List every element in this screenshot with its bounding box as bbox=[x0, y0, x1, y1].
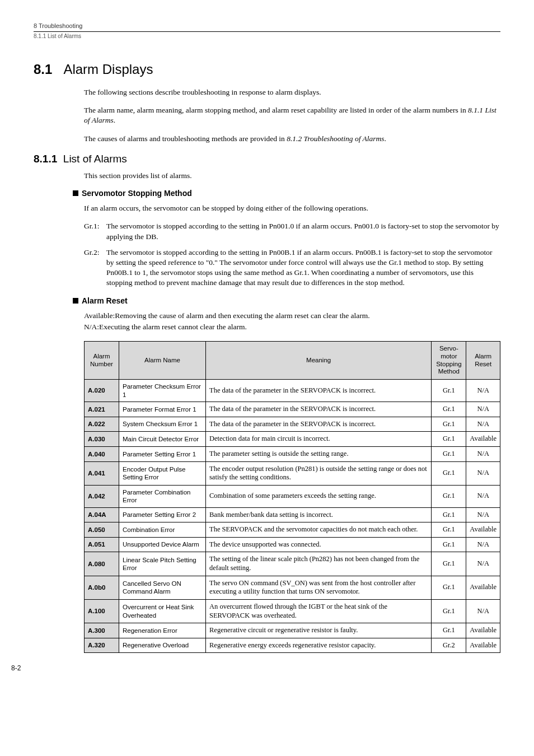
table-row: A.051Unsupported Device AlarmThe device … bbox=[85, 537, 500, 552]
cell-stopping-method: Gr.1 bbox=[432, 599, 466, 623]
cell-alarm-name: Parameter Combination Error bbox=[119, 485, 206, 507]
cell-alarm-name: Encoder Output Pulse Setting Error bbox=[119, 461, 206, 485]
cell-meaning: An overcurrent flowed through the IGBT o… bbox=[206, 599, 432, 623]
section-number: 8.1 bbox=[34, 62, 52, 77]
cell-alarm-reset: Available bbox=[466, 638, 500, 653]
cell-alarm-number: A.050 bbox=[85, 522, 119, 538]
section-para2: The alarm name, alarm meaning, alarm sto… bbox=[84, 105, 500, 125]
cell-alarm-reset: Available bbox=[466, 576, 500, 599]
table-row: A.040Parameter Setting Error 1The parame… bbox=[85, 446, 500, 461]
cell-stopping-method: Gr.2 bbox=[432, 638, 466, 653]
para3-ref: 8.1.2 Troubleshooting of Alarms bbox=[287, 134, 384, 143]
subsection-intro: This section provides list of alarms. bbox=[84, 171, 500, 181]
reset-line1: Available:Removing the cause of alarm an… bbox=[84, 311, 500, 321]
table-row: A.030Main Circuit Detector ErrorDetectio… bbox=[85, 432, 500, 447]
cell-meaning: Bank member/bank data setting is incorre… bbox=[206, 507, 432, 522]
cell-stopping-method: Gr.1 bbox=[432, 522, 466, 538]
gr1-label: Gr.1: bbox=[84, 221, 106, 241]
cell-alarm-number: A.04A bbox=[85, 507, 119, 522]
gr2-label: Gr.2: bbox=[84, 248, 106, 288]
table-row: A.041Encoder Output Pulse Setting ErrorT… bbox=[85, 461, 500, 485]
cell-alarm-reset: N/A bbox=[466, 380, 500, 402]
cell-stopping-method: Gr.1 bbox=[432, 402, 466, 417]
reset-line2: N/A:Executing the alarm reset cannot cle… bbox=[84, 322, 500, 332]
cell-alarm-reset: N/A bbox=[466, 537, 500, 552]
cell-stopping-method: Gr.1 bbox=[432, 380, 466, 402]
cell-alarm-number: A.042 bbox=[85, 485, 119, 507]
cell-alarm-reset: N/A bbox=[466, 485, 500, 507]
cell-alarm-number: A.041 bbox=[85, 461, 119, 485]
gr1-text: The servomotor is stopped according to t… bbox=[106, 221, 500, 241]
cell-alarm-reset: Available bbox=[466, 522, 500, 538]
cell-alarm-name: Cancelled Servo ON Command Alarm bbox=[119, 576, 206, 599]
cell-stopping-method: Gr.1 bbox=[432, 623, 466, 638]
stopping-intro: If an alarm occurs, the servomotor can b… bbox=[84, 203, 500, 213]
table-row: A.0b0Cancelled Servo ON Command AlarmThe… bbox=[85, 576, 500, 599]
subsection-number: 8.1.1 bbox=[34, 153, 57, 165]
cell-alarm-reset: N/A bbox=[466, 417, 500, 432]
square-bullet-icon bbox=[73, 190, 78, 196]
alarm-reset-label: Alarm Reset bbox=[82, 296, 128, 305]
table-row: A.300Regeneration ErrorRegenerative circ… bbox=[85, 623, 500, 638]
cell-alarm-name: Parameter Format Error 1 bbox=[119, 402, 206, 417]
stopping-method-title: Servomotor Stopping Method bbox=[73, 189, 500, 198]
cell-alarm-reset: N/A bbox=[466, 552, 500, 576]
subsection-label: List of Alarms bbox=[63, 153, 127, 165]
cell-alarm-name: Combination Error bbox=[119, 522, 206, 538]
cell-meaning: Regenerative circuit or regenerative res… bbox=[206, 623, 432, 638]
subsection-title: 8.1.1 List of Alarms bbox=[34, 153, 500, 165]
cell-alarm-reset: N/A bbox=[466, 461, 500, 485]
th-alarm-name: Alarm Name bbox=[119, 342, 206, 380]
cell-alarm-name: Parameter Setting Error 2 bbox=[119, 507, 206, 522]
section-para3: The causes of alarms and troubleshooting… bbox=[84, 134, 500, 144]
table-row: A.022System Checksum Error 1The data of … bbox=[85, 417, 500, 432]
cell-meaning: The servo ON command (SV_ON) was sent fr… bbox=[206, 576, 432, 599]
cell-meaning: Regenerative energy exceeds regenerative… bbox=[206, 638, 432, 653]
cell-meaning: Combination of some parameters exceeds t… bbox=[206, 485, 432, 507]
cell-alarm-name: Unsupported Device Alarm bbox=[119, 537, 206, 552]
cell-alarm-reset: Available bbox=[466, 432, 500, 447]
th-stopping-method: Servo-motor Stopping Method bbox=[432, 342, 466, 380]
cell-stopping-method: Gr.1 bbox=[432, 537, 466, 552]
table-row: A.320Regenerative OverloadRegenerative e… bbox=[85, 638, 500, 653]
cell-stopping-method: Gr.1 bbox=[432, 417, 466, 432]
para3-b: . bbox=[385, 134, 386, 143]
th-meaning: Meaning bbox=[206, 342, 432, 380]
running-header-subsection: 8.1.1 List of Alarms bbox=[34, 33, 500, 39]
cell-alarm-number: A.022 bbox=[85, 417, 119, 432]
cell-alarm-reset: N/A bbox=[466, 402, 500, 417]
cell-stopping-method: Gr.1 bbox=[432, 576, 466, 599]
cell-stopping-method: Gr.1 bbox=[432, 432, 466, 447]
cell-alarm-number: A.040 bbox=[85, 446, 119, 461]
section-intro: The following sections describe troubles… bbox=[84, 87, 500, 97]
cell-alarm-name: Parameter Setting Error 1 bbox=[119, 446, 206, 461]
th-alarm-reset: Alarm Reset bbox=[466, 342, 500, 380]
cell-meaning: The data of the parameter in the SERVOPA… bbox=[206, 380, 432, 402]
cell-alarm-number: A.0b0 bbox=[85, 576, 119, 599]
header-rule bbox=[34, 31, 500, 32]
cell-meaning: The setting of the linear scale pitch (P… bbox=[206, 552, 432, 576]
cell-meaning: The parameter setting is outside the set… bbox=[206, 446, 432, 461]
square-bullet-icon bbox=[73, 298, 78, 304]
cell-alarm-name: System Checksum Error 1 bbox=[119, 417, 206, 432]
cell-meaning: The encoder output resolution (Pn281) is… bbox=[206, 461, 432, 485]
cell-meaning: Detection data for main circuit is incor… bbox=[206, 432, 432, 447]
cell-alarm-number: A.020 bbox=[85, 380, 119, 402]
cell-stopping-method: Gr.1 bbox=[432, 485, 466, 507]
cell-alarm-name: Overcurrent or Heat Sink Overheated bbox=[119, 599, 206, 623]
cell-alarm-number: A.320 bbox=[85, 638, 119, 653]
table-header-row: Alarm Number Alarm Name Meaning Servo-mo… bbox=[85, 342, 500, 380]
cell-alarm-reset: Available bbox=[466, 623, 500, 638]
table-row: A.020Parameter Checksum Error 1The data … bbox=[85, 380, 500, 402]
cell-stopping-method: Gr.1 bbox=[432, 461, 466, 485]
cell-alarm-name: Regeneration Error bbox=[119, 623, 206, 638]
cell-meaning: The device unsupported was connected. bbox=[206, 537, 432, 552]
table-row: A.100Overcurrent or Heat Sink Overheated… bbox=[85, 599, 500, 623]
table-row: A.080Linear Scale Pitch Setting ErrorThe… bbox=[85, 552, 500, 576]
alarm-reset-title: Alarm Reset bbox=[73, 296, 500, 305]
cell-alarm-number: A.100 bbox=[85, 599, 119, 623]
cell-alarm-name: Regenerative Overload bbox=[119, 638, 206, 653]
para3-a: The causes of alarms and troubleshooting… bbox=[84, 134, 287, 143]
cell-alarm-name: Parameter Checksum Error 1 bbox=[119, 380, 206, 402]
table-row: A.042Parameter Combination ErrorCombinat… bbox=[85, 485, 500, 507]
